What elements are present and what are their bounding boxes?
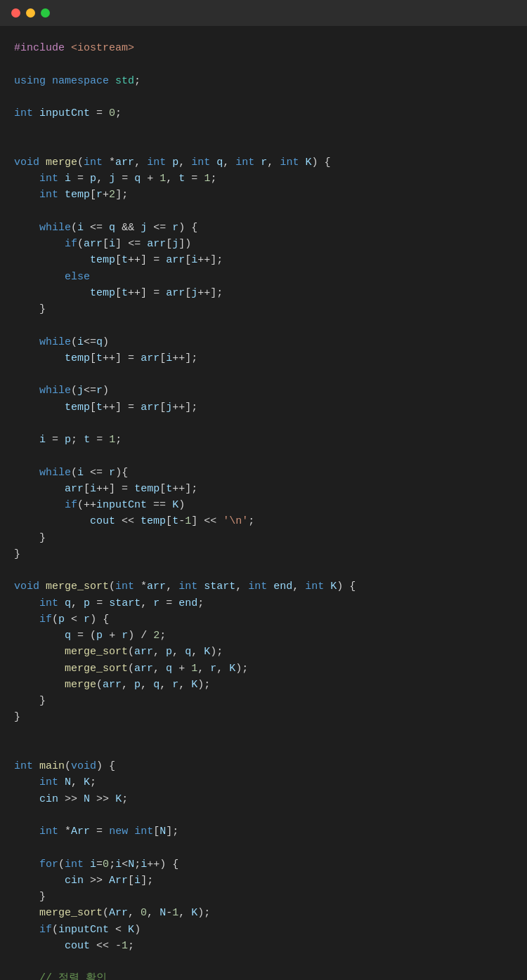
code-content: #include <iostream> using namespace std;… [14, 40, 513, 980]
minimize-button[interactable] [26, 8, 35, 18]
maximize-button[interactable] [41, 8, 50, 18]
title-bar [0, 0, 527, 26]
close-button[interactable] [11, 8, 20, 18]
code-editor: #include <iostream> using namespace std;… [0, 26, 527, 980]
